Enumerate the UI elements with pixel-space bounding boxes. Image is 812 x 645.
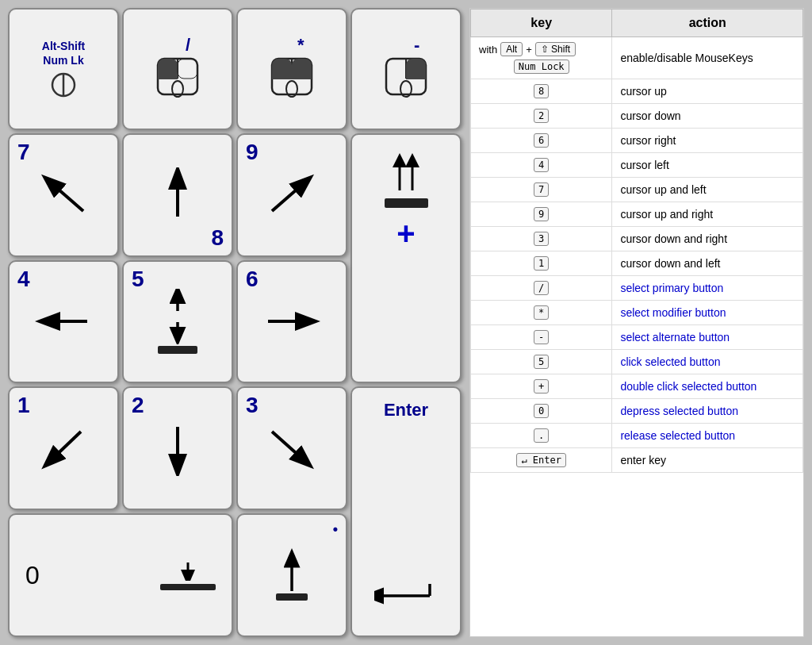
table-row: 4cursor left <box>471 153 803 178</box>
key-badge: . <box>534 428 549 443</box>
table-row: /select primary button <box>471 276 803 301</box>
key-badge: 2 <box>534 109 549 123</box>
table-cell-action: cursor up and left <box>612 178 803 202</box>
col-key-header: key <box>471 10 612 37</box>
key-badge: + <box>534 379 549 394</box>
table-row: *select modifier button <box>471 301 803 325</box>
key-badge: ↵ Enter <box>516 453 566 467</box>
key-5-label: 5 <box>132 267 144 292</box>
keyboard-table: key action with Alt + ⇧ ShiftNum Lockena… <box>469 8 804 637</box>
key-badge: 4 <box>534 158 549 172</box>
table-cell-action: select alternate button <box>612 325 803 350</box>
table-cell-action: select primary button <box>612 276 803 301</box>
key-9: 9 <box>236 133 347 257</box>
key-4: 4 <box>8 260 119 384</box>
table-row: +double click selected button <box>471 374 803 399</box>
key-badge: - <box>534 330 549 344</box>
table-row: 9cursor up and right <box>471 202 803 227</box>
svg-rect-14 <box>292 70 312 79</box>
table-row: ↵ Enterenter key <box>471 448 803 473</box>
keyboard-diagram: Alt-Shift Num Lk / <box>8 8 462 637</box>
table-row: 3cursor down and right <box>471 227 803 251</box>
key-badge: 6 <box>534 133 549 148</box>
svg-rect-6 <box>178 59 197 79</box>
key-asterisk: * <box>236 8 347 130</box>
svg-line-34 <box>272 432 309 465</box>
table-row: 6cursor right <box>471 129 803 153</box>
table-cell-key: - <box>471 325 612 350</box>
key-dot-label: • <box>333 521 338 538</box>
key-0-label: 0 <box>25 561 40 590</box>
table-row: -select alternate button <box>471 325 803 350</box>
table-cell-key: 0 <box>471 399 612 424</box>
table-row: .release selected button <box>471 424 803 448</box>
table-cell-key: 7 <box>471 178 612 202</box>
plus-label: + <box>396 216 415 251</box>
key-badge: * <box>534 305 549 320</box>
key-7-arrow <box>32 167 95 223</box>
table-cell-key: 4 <box>471 153 612 178</box>
table-row: 0depress selected button <box>471 399 803 424</box>
key-slash: / <box>122 8 233 130</box>
key-0-icon <box>160 561 216 590</box>
table-row: 1cursor down and left <box>471 251 803 276</box>
key-0-bar <box>160 584 216 590</box>
table-cell-key: 2 <box>471 104 612 129</box>
table-cell-action: release selected button <box>612 424 803 448</box>
table-row: 5click selected button <box>471 350 803 374</box>
table-cell-action: depress selected button <box>612 399 803 424</box>
slash-mouse-icon: / <box>142 35 213 102</box>
key-8: 8 <box>122 133 233 257</box>
key-badge: 9 <box>534 207 549 221</box>
shift-badge: ⇧ Shift <box>535 42 576 56</box>
svg-text:*: * <box>297 35 304 55</box>
plus-sign: + <box>526 44 532 56</box>
key-enter: Enter <box>350 386 462 637</box>
table-row: 2cursor down <box>471 104 803 129</box>
key-5-arrows <box>150 289 205 344</box>
table-cell-action: cursor up <box>612 79 803 104</box>
key-4-label: 4 <box>17 267 30 292</box>
key-dot: • <box>236 513 347 637</box>
table-cell-action: cursor down <box>612 104 803 129</box>
table-cell-key: with Alt + ⇧ ShiftNum Lock <box>471 37 612 79</box>
key-0: 0 <box>8 513 233 637</box>
key-3: 3 <box>236 386 347 510</box>
key-1-label: 1 <box>17 393 30 418</box>
key-dot-icon <box>260 547 324 603</box>
svg-text:/: / <box>186 35 190 55</box>
minus-mouse-icon: - <box>370 35 442 102</box>
key-0-down-arrow <box>176 561 200 581</box>
key-2-label: 2 <box>132 393 144 418</box>
table-row: 7cursor up and left <box>471 178 803 202</box>
key-9-label: 9 <box>246 140 259 165</box>
key-altshift-numlk: Alt-Shift Num Lk <box>8 8 119 130</box>
alt-badge: Alt <box>500 42 523 56</box>
key-3-label: 3 <box>246 393 259 418</box>
key-1: 1 <box>8 386 119 510</box>
table-cell-key: 1 <box>471 251 612 276</box>
table-cell-key: ↵ Enter <box>471 448 612 473</box>
key-plus: + <box>350 133 462 384</box>
altshift-icon <box>49 71 78 99</box>
table-cell-action: select modifier button <box>612 301 803 325</box>
key-6-arrow <box>260 301 324 341</box>
altshift-label: Alt-Shift Num Lk <box>42 40 85 67</box>
table-cell-action: enter key <box>612 448 803 473</box>
key-badge: 5 <box>534 355 549 369</box>
svg-line-23 <box>46 179 83 211</box>
modifier-with-text: with <box>479 44 497 56</box>
key-4-arrow <box>32 301 95 341</box>
key-7: 7 <box>8 133 119 257</box>
key-badge: 3 <box>534 232 549 246</box>
key-8-arrow <box>154 167 201 223</box>
table-cell-key: * <box>471 301 612 325</box>
key-badge: 1 <box>534 256 549 271</box>
plus-bar <box>385 198 428 208</box>
table-cell-key: . <box>471 424 612 448</box>
table-cell-key: 6 <box>471 129 612 153</box>
svg-text:-: - <box>414 35 419 55</box>
table-cell-key: 9 <box>471 202 612 227</box>
table-row: with Alt + ⇧ ShiftNum Lockenable/disable… <box>471 37 803 79</box>
key-6: 6 <box>236 260 347 384</box>
